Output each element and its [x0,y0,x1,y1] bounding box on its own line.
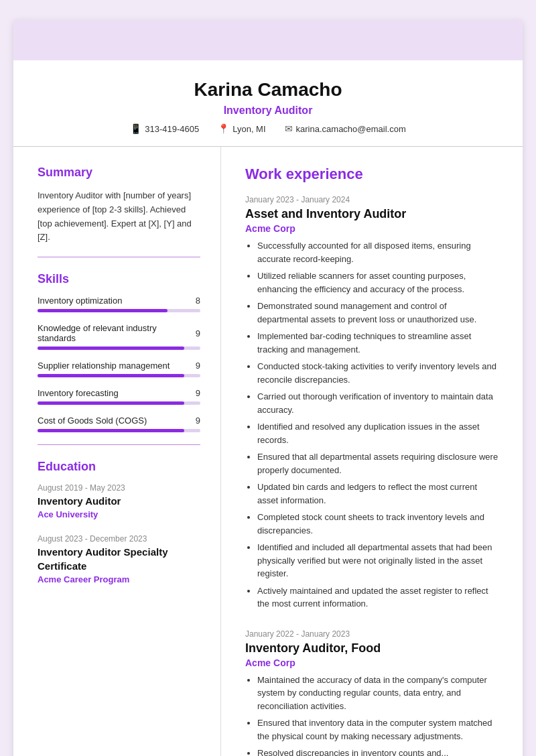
resume-page: Karina Camacho Inventory Auditor 📱 313-4… [13,20,523,756]
work-title: Asset and Inventory Auditor [245,207,498,221]
work-bullets-list: Maintained the accuracy of data in the c… [245,674,498,757]
skill-bar-fill [38,374,184,377]
candidate-title: Inventory Auditor [40,105,496,117]
skill-label-row: Knowledge of relevant industry standards… [38,323,200,343]
work-bullet: Resolved discrepancies in inventory coun… [257,747,498,756]
skill-label: Inventory optimization [38,296,122,306]
skill-item: Supplier relationship management 9 [38,361,200,377]
skill-label-row: Inventory forecasting 9 [38,388,200,398]
location-icon: 📍 [218,123,229,134]
right-column: Work experience January 2023 - January 2… [221,147,523,756]
skill-item: Inventory optimization 8 [38,296,200,312]
work-bullet: Successfully accounted for all disposed … [257,239,498,265]
header: Karina Camacho Inventory Auditor 📱 313-4… [13,60,523,147]
email-icon: ✉ [285,123,293,134]
education-item: August 2019 - May 2023 Inventory Auditor… [38,483,200,519]
education-item: August 2023 - December 2023 Inventory Au… [38,534,200,584]
skill-item: Cost of Goods Sold (COGS) 9 [38,416,200,432]
skill-score: 9 [196,416,200,426]
work-bullet: Ensured that all departmental assets req… [257,450,498,477]
location-contact: 📍 Lyon, MI [218,123,265,134]
skill-bar-fill [38,429,184,432]
skill-label: Supplier relationship management [38,361,170,371]
skill-bar-background [38,309,200,312]
body: Summary Inventory Auditor with [number o… [13,147,523,756]
education-section-title: Education [38,460,200,474]
email-text: karina.camacho@email.com [296,124,406,134]
skill-bar-fill [38,346,184,350]
skill-label: Inventory forecasting [38,388,119,398]
top-banner [13,20,523,60]
skills-list: Inventory optimization 8 Knowledge of re… [38,296,200,432]
education-dates: August 2019 - May 2023 [38,483,200,493]
skill-score: 9 [196,361,200,371]
work-list: January 2023 - January 2024 Asset and In… [245,195,498,756]
work-bullet: Identified and resolved any duplication … [257,420,498,446]
work-bullet: Utilized reliable scanners for asset cou… [257,269,498,296]
skill-bar-fill [38,309,168,312]
work-item: January 2023 - January 2024 Asset and In… [245,195,498,611]
summary-divider [38,257,200,257]
email-contact: ✉ karina.camacho@email.com [285,123,406,134]
work-title: Inventory Auditor, Food [245,641,498,655]
contact-info: 📱 313-419-4605 📍 Lyon, MI ✉ karina.camac… [40,123,496,134]
skill-item: Inventory forecasting 9 [38,388,200,405]
work-item: January 2022 - January 2023 Inventory Au… [245,629,498,757]
work-bullet: Implemented bar-coding techniques to str… [257,330,498,356]
skill-bar-background [38,374,200,377]
skill-label-row: Inventory optimization 8 [38,296,200,306]
skill-bar-background [38,346,200,350]
skills-divider [38,444,200,445]
work-bullet: Updated bin cards and ledgers to reflect… [257,481,498,507]
work-section-title: Work experience [245,166,498,183]
skill-score: 8 [196,296,200,306]
work-bullet: Demonstrated sound management and contro… [257,300,498,326]
phone-icon: 📱 [130,123,141,134]
skill-label-row: Cost of Goods Sold (COGS) 9 [38,416,200,426]
skill-bar-background [38,429,200,432]
phone-contact: 📱 313-419-4605 [130,123,199,134]
work-dates: January 2023 - January 2024 [245,195,498,204]
skill-bar-background [38,401,200,405]
phone-number: 313-419-4605 [145,124,199,134]
work-bullet: Identified and included all departmental… [257,541,498,580]
candidate-name: Karina Camacho [40,79,496,101]
work-bullet: Ensured that inventory data in the compu… [257,716,498,743]
work-bullet: Conducted stock-taking activities to ver… [257,360,498,386]
work-bullet: Carried out thorough verification of inv… [257,390,498,416]
work-company: Acme Corp [245,223,498,234]
skills-section-title: Skills [38,272,200,286]
work-bullet: Completed stock count sheets to track in… [257,511,498,537]
work-bullet: Maintained the accuracy of data in the c… [257,674,498,713]
education-institution: Ace University [38,509,200,519]
location-text: Lyon, MI [232,124,265,134]
summary-text: Inventory Auditor with [number of years]… [38,189,200,245]
education-institution: Acme Career Program [38,574,200,584]
summary-section-title: Summary [38,166,200,180]
work-dates: January 2022 - January 2023 [245,629,498,639]
skill-label: Cost of Goods Sold (COGS) [38,416,147,426]
education-degree: Inventory Auditor Specialty Certificate [38,546,200,573]
education-list: August 2019 - May 2023 Inventory Auditor… [38,483,200,584]
work-bullet: Actively maintained and updated the asse… [257,584,498,611]
education-dates: August 2023 - December 2023 [38,534,200,544]
left-column: Summary Inventory Auditor with [number o… [13,147,221,756]
work-bullets-list: Successfully accounted for all disposed … [245,239,498,611]
skill-label: Knowledge of relevant industry standards [38,323,196,343]
skill-label-row: Supplier relationship management 9 [38,361,200,371]
education-degree: Inventory Auditor [38,495,200,508]
work-company: Acme Corp [245,657,498,668]
skill-score: 9 [196,388,200,398]
skill-score: 9 [196,328,200,338]
skill-bar-fill [38,401,184,405]
skill-item: Knowledge of relevant industry standards… [38,323,200,350]
